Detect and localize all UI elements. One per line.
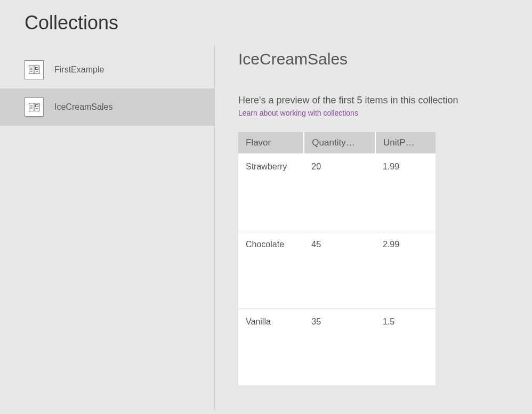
column-header-unitprice[interactable]: UnitP… [375, 132, 436, 153]
table-row[interactable]: Strawberry 20 1.99 [238, 153, 436, 231]
collections-sidebar: FirstExample IceCreamSales [0, 45, 215, 411]
cell-unitprice: 1.99 [375, 153, 436, 231]
cell-flavor: Vanilla [238, 308, 304, 385]
sidebar-item-icecreamsales[interactable]: IceCreamSales [0, 88, 214, 126]
svg-rect-5 [36, 68, 38, 70]
cell-flavor: Strawberry [238, 153, 304, 231]
cell-unitprice: 2.99 [375, 231, 436, 308]
page-title: Collections [0, 0, 532, 45]
column-header-quantity[interactable]: Quantity… [304, 132, 375, 153]
collection-icon [25, 98, 44, 117]
cell-flavor: Chocolate [238, 231, 304, 308]
sidebar-item-label: FirstExample [54, 65, 104, 75]
table-row[interactable]: Chocolate 45 2.99 [238, 231, 436, 308]
detail-title: IceCreamSales [238, 50, 511, 68]
sidebar-item-label: IceCreamSales [54, 102, 112, 112]
content-area: FirstExample IceCreamSales IceCreamSales… [0, 45, 532, 411]
sidebar-item-firstexample[interactable]: FirstExample [0, 51, 214, 88]
cell-unitprice: 1.5 [375, 308, 436, 385]
collection-icon [25, 60, 44, 79]
table-row[interactable]: Vanilla 35 1.5 [238, 308, 436, 385]
cell-quantity: 35 [304, 308, 375, 385]
collection-detail: IceCreamSales Here's a preview of the fi… [215, 45, 532, 411]
cell-quantity: 45 [304, 231, 375, 308]
preview-description: Here's a preview of the first 5 items in… [238, 95, 511, 106]
column-header-flavor[interactable]: Flavor [238, 132, 304, 153]
learn-link[interactable]: Learn about working with collections [238, 109, 358, 117]
data-table-wrap: Flavor Quantity… UnitP… Strawberry 20 1.… [238, 132, 436, 385]
svg-rect-12 [36, 105, 38, 107]
cell-quantity: 20 [304, 153, 375, 231]
data-table: Flavor Quantity… UnitP… Strawberry 20 1.… [238, 132, 436, 385]
